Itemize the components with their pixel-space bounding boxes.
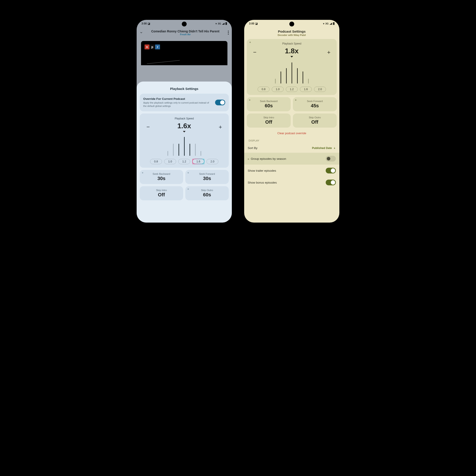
speed-dial[interactable] [143,134,225,156]
camera-notch [182,22,187,26]
playback-speed-card: Playback Speed − 1.8x + 0.8 1.0 1.2 1.6 … [247,39,337,95]
speed-caret-icon [290,56,293,57]
signal-icon [222,23,224,25]
seek-backward-card[interactable]: Seek Backward 30s [140,170,183,184]
speed-dial[interactable] [250,59,334,84]
seek-forward-card[interactable]: Seek Forward 45s [293,97,337,111]
override-desc: Apply the playback settings only to curr… [143,101,212,108]
override-dot-icon [249,99,250,101]
seek-backward-label: Seek Backward [248,100,289,102]
show-bonus-switch[interactable] [326,180,336,185]
speed-chip-1.2[interactable]: 1.2 [286,87,298,92]
skip-intro-card[interactable]: Skip Intro Off [140,186,183,200]
speed-plus-button[interactable]: + [216,124,225,131]
speed-minus-button[interactable]: − [250,49,260,56]
show-bonus-row[interactable]: Show bonus episodes [244,176,339,188]
skip-outro-card[interactable]: Skip Outro Off [293,114,337,128]
speed-chip-0.8[interactable]: 0.8 [150,159,162,164]
speed-chip-1.6[interactable]: 1.6 [192,159,204,164]
speed-chip-1.0[interactable]: 1.0 [164,159,176,164]
override-dot-icon [295,99,296,101]
speed-chip-1.6[interactable]: 1.6 [300,87,312,92]
skip-intro-value: Off [248,119,289,125]
override-switch[interactable] [215,100,225,105]
sort-by-row[interactable]: Sort By Published Date [244,143,339,153]
now-playing-header: Comedian Ronny Chieng Didn't Tell His Pa… [137,27,232,38]
show-trailers-row[interactable]: Show trailer episodes [244,165,339,176]
battery-icon [225,22,227,25]
speed-chip-1.2[interactable]: 1.2 [178,159,190,164]
notif-icon: ◪ [255,22,258,25]
speed-chip-2.0[interactable]: 2.0 [314,87,326,92]
episode-title: Comedian Ronny Chieng Didn't Tell His Pa… [145,30,226,33]
wifi-icon: ▾ [323,22,324,25]
skip-outro-value: 60s [187,192,227,198]
show-trailers-switch[interactable] [326,168,336,173]
override-dot-icon [250,42,251,43]
phone-a-frame: 3:00 ◪ ▾ 3G Comedian Ronny Chieng Didn't… [137,20,232,222]
seek-backward-value: 60s [248,103,289,109]
podcast-subtitle[interactable]: Decoder with Nilay Patel [248,34,336,36]
seek-backward-card[interactable]: Seek Backward 60s [247,97,291,111]
seek-forward-value: 30s [187,176,227,181]
show-bonus-label: Show bonus episodes [248,181,277,184]
speed-value: 1.8x [285,47,299,55]
phone-b-frame: 3:00 ◪ ▾ 3G Podcast Settings Decoder wit… [244,20,339,222]
speed-presets: 0.8 1.0 1.2 1.6 2.0 [143,159,225,164]
speed-minus-button[interactable]: − [143,124,153,131]
override-title: Override For Current Podcast [143,97,212,101]
playback-speed-card: Playback Speed − 1.6x + 0.8 1.0 [140,114,229,168]
camera-notch [289,22,294,26]
show-name[interactable]: Fresh Air [145,33,226,36]
speed-plus-button[interactable]: + [324,49,334,56]
playback-settings-sheet: Playback Settings Override For Current P… [137,82,232,222]
skip-intro-label: Skip Intro [141,189,182,191]
speed-label: Playback Speed [250,42,334,45]
notif-icon: ◪ [148,22,150,25]
display-section-header: DISPLAY [244,138,339,143]
speed-chip-1.0[interactable]: 1.0 [272,87,284,92]
clear-override-button[interactable]: Clear podcast override [244,128,339,138]
wifi-icon: ▾ [216,22,217,25]
skip-intro-label: Skip Intro [248,116,289,119]
override-dot-icon [187,172,189,173]
speed-value: 1.6x [177,122,191,130]
seek-forward-label: Seek Forward [187,172,227,175]
speed-caret-icon [183,131,186,133]
show-trailers-label: Show trailer episodes [248,169,276,172]
network-label: 3G [218,22,221,25]
arrow-down-icon [333,147,336,149]
clock: 3:00 [141,22,147,25]
group-by-season-label: Group episodes by season [251,157,286,160]
episode-artwork: npr [141,41,227,65]
speed-chip-0.8[interactable]: 0.8 [258,87,270,92]
override-toggle-card[interactable]: Override For Current Podcast Apply the p… [140,94,229,111]
seek-forward-card[interactable]: Seek Forward 30s [185,170,229,184]
speed-label: Playback Speed [143,117,225,120]
skip-outro-card[interactable]: Skip Outro 60s [185,186,229,200]
seek-forward-value: 45s [294,103,335,109]
sort-by-label: Sort By [248,146,257,150]
seek-backward-label: Seek Backward [141,172,182,175]
group-by-season-switch[interactable] [326,156,336,162]
skip-outro-label: Skip Outro [187,189,227,191]
clock: 3:00 [249,22,254,25]
speed-presets: 0.8 1.0 1.2 1.6 2.0 [250,87,334,92]
override-dot-icon [187,188,189,190]
speed-chip-2.0[interactable]: 2.0 [206,159,218,164]
page-title-block: Podcast Settings Decoder with Nilay Pate… [244,27,339,37]
battery-icon [333,22,335,25]
sheet-title: Playback Settings [140,87,229,91]
seek-backward-value: 30s [141,176,182,181]
skip-intro-value: Off [141,192,182,198]
collapse-icon[interactable] [140,31,143,34]
override-dot-icon [142,172,143,173]
network-label: 3G [325,22,329,25]
skip-outro-value: Off [294,119,335,125]
overflow-menu-icon[interactable] [228,31,229,34]
override-dot-icon [248,158,249,160]
group-by-season-row[interactable]: Group episodes by season [244,153,339,165]
page-title: Podcast Settings [248,30,336,34]
sort-by-value: Published Date [312,147,332,150]
skip-intro-card[interactable]: Skip Intro Off [247,114,291,128]
